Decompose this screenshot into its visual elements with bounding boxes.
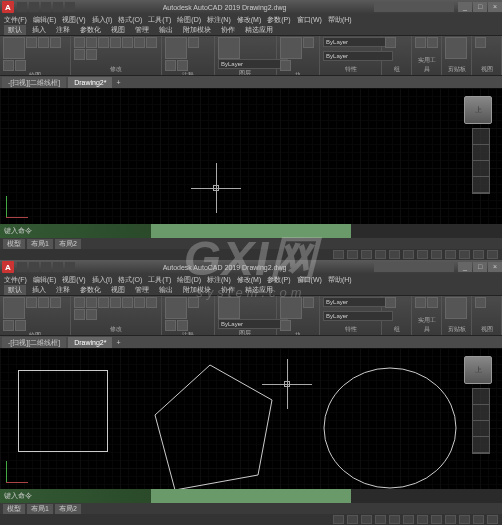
hatch-tool-icon[interactable] (15, 60, 26, 71)
insert-block-icon[interactable] (280, 297, 302, 319)
nav-wheel-icon[interactable] (473, 389, 489, 405)
search-input[interactable] (374, 262, 454, 272)
drawing-canvas[interactable]: 上 (0, 348, 502, 489)
create-block-icon[interactable] (303, 297, 314, 308)
rotate-tool-icon[interactable] (86, 297, 97, 308)
move-tool-icon[interactable] (74, 297, 85, 308)
qat-redo-icon[interactable] (65, 2, 75, 12)
tab-layout1[interactable]: 布局1 (27, 504, 53, 514)
qat-undo-icon[interactable] (53, 262, 63, 272)
ribbon-tab-annotate[interactable]: 注释 (52, 25, 74, 35)
ribbon-tab-manage[interactable]: 管理 (131, 25, 153, 35)
doc-tab-viewport[interactable]: -[扫视][二维线框] (2, 337, 66, 348)
menu-insert[interactable]: 插入(I) (92, 275, 113, 285)
menu-dimension[interactable]: 标注(N) (207, 15, 231, 25)
qat-save-icon[interactable] (41, 2, 51, 12)
cycling-toggle-icon[interactable] (445, 250, 456, 259)
copy-tool-icon[interactable] (110, 297, 121, 308)
arc-tool-icon[interactable] (50, 297, 61, 308)
nav-orbit-icon[interactable] (473, 177, 489, 193)
osnap-toggle-icon[interactable] (389, 250, 400, 259)
drawing-canvas[interactable]: 上 (0, 88, 502, 224)
workspace-icon[interactable] (473, 250, 484, 259)
group-icon[interactable] (385, 297, 396, 308)
viewcube[interactable]: 上 (464, 96, 492, 124)
ribbon-tab-manage[interactable]: 管理 (131, 285, 153, 295)
scale-tool-icon[interactable] (74, 49, 85, 60)
app-logo[interactable]: A (2, 1, 14, 13)
cycling-toggle-icon[interactable] (445, 515, 456, 524)
qat-open-icon[interactable] (29, 262, 39, 272)
leader-tool-icon[interactable] (165, 320, 176, 331)
ucs-icon[interactable] (6, 194, 30, 218)
fillet-tool-icon[interactable] (134, 37, 145, 48)
doc-tab-drawing2[interactable]: Drawing2* (68, 77, 112, 88)
otrack-toggle-icon[interactable] (403, 515, 414, 524)
menu-file[interactable]: 文件(F) (4, 15, 27, 25)
ribbon-tab-annotate[interactable]: 注释 (52, 285, 74, 295)
command-line[interactable]: 键入命令 (0, 489, 502, 503)
snap-toggle-icon[interactable] (347, 515, 358, 524)
hatch-tool-icon[interactable] (15, 320, 26, 331)
stretch-tool-icon[interactable] (146, 297, 157, 308)
menu-modify[interactable]: 修改(M) (237, 275, 262, 285)
array-tool-icon[interactable] (86, 49, 97, 60)
clean-screen-icon[interactable] (487, 515, 498, 524)
menu-dimension[interactable]: 标注(N) (207, 275, 231, 285)
transparency-toggle-icon[interactable] (431, 250, 442, 259)
maximize-button[interactable]: □ (473, 262, 487, 272)
ortho-toggle-icon[interactable] (361, 250, 372, 259)
move-tool-icon[interactable] (74, 37, 85, 48)
dimension-tool-icon[interactable] (188, 297, 199, 308)
ribbon-tab-output[interactable]: 输出 (155, 285, 177, 295)
select-icon[interactable] (427, 297, 438, 308)
new-doc-tab[interactable]: + (112, 79, 124, 86)
clean-screen-icon[interactable] (487, 250, 498, 259)
tab-layout2[interactable]: 布局2 (55, 239, 81, 249)
rectangle-tool-icon[interactable] (3, 60, 14, 71)
menu-window[interactable]: 窗口(W) (297, 15, 322, 25)
insert-block-icon[interactable] (280, 37, 302, 59)
pentagon-shape[interactable] (150, 360, 280, 489)
tab-layout2[interactable]: 布局2 (55, 504, 81, 514)
ribbon-tab-featured[interactable]: 精选应用 (241, 25, 277, 35)
anno-toggle-icon[interactable] (459, 515, 470, 524)
rotate-tool-icon[interactable] (86, 37, 97, 48)
grid-toggle-icon[interactable] (333, 250, 344, 259)
anno-toggle-icon[interactable] (459, 250, 470, 259)
menu-view[interactable]: 视图(V) (62, 275, 85, 285)
ribbon-tab-output[interactable]: 输出 (155, 25, 177, 35)
trim-tool-icon[interactable] (98, 37, 109, 48)
measure-icon[interactable] (415, 297, 426, 308)
fillet-tool-icon[interactable] (134, 297, 145, 308)
circle-shape[interactable] (320, 366, 460, 489)
grid-toggle-icon[interactable] (333, 515, 344, 524)
tab-model[interactable]: 模型 (3, 504, 25, 514)
menu-help[interactable]: 帮助(H) (328, 15, 352, 25)
nav-pan-icon[interactable] (473, 405, 489, 421)
menu-modify[interactable]: 修改(M) (237, 15, 262, 25)
menu-draw[interactable]: 绘图(D) (177, 15, 201, 25)
paste-icon[interactable] (445, 297, 467, 319)
menu-format[interactable]: 格式(O) (118, 275, 142, 285)
menu-edit[interactable]: 编辑(E) (33, 275, 56, 285)
view-base-icon[interactable] (475, 297, 486, 308)
scale-tool-icon[interactable] (74, 309, 85, 320)
close-button[interactable]: × (488, 2, 502, 12)
nav-zoom-icon[interactable] (473, 421, 489, 437)
qat-new-icon[interactable] (17, 262, 27, 272)
layer-properties-icon[interactable] (218, 37, 240, 59)
line-tool-icon[interactable] (3, 297, 25, 319)
table-tool-icon[interactable] (177, 320, 188, 331)
workspace-icon[interactable] (473, 515, 484, 524)
paste-icon[interactable] (445, 37, 467, 59)
doc-tab-viewport[interactable]: -[扫视][二维线框] (2, 77, 66, 88)
menu-insert[interactable]: 插入(I) (92, 15, 113, 25)
menu-window[interactable]: 窗口(W) (297, 275, 322, 285)
close-button[interactable]: × (488, 262, 502, 272)
text-tool-icon[interactable] (165, 297, 187, 319)
menu-tools[interactable]: 工具(T) (148, 15, 171, 25)
menu-help[interactable]: 帮助(H) (328, 275, 352, 285)
stretch-tool-icon[interactable] (146, 37, 157, 48)
ribbon-tab-addins[interactable]: 附加模块 (179, 25, 215, 35)
